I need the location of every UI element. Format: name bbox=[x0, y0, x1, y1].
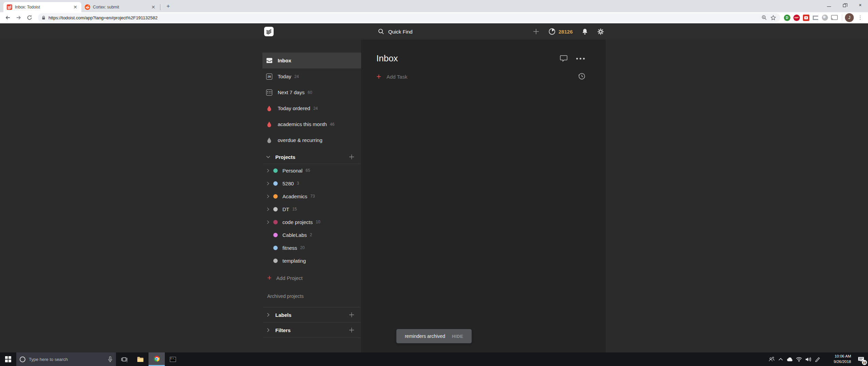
project-color-dot bbox=[273, 168, 278, 173]
cortana-icon bbox=[20, 357, 25, 362]
window-restore-button[interactable] bbox=[837, 0, 852, 10]
frame-extension-icon[interactable] bbox=[811, 13, 820, 22]
browser-menu-icon[interactable]: ⋮ bbox=[857, 15, 863, 21]
taskbar-search-box[interactable]: Type here to search bbox=[16, 352, 116, 366]
chrome-taskbar-button[interactable] bbox=[149, 352, 165, 366]
bookmark-star-icon[interactable] bbox=[769, 14, 777, 21]
settings-gear-icon[interactable] bbox=[597, 28, 604, 35]
chevron-right-icon[interactable] bbox=[265, 207, 271, 211]
sidebar-item-today[interactable]: 26 Today 24 bbox=[262, 68, 361, 84]
project-name: Academics bbox=[282, 194, 307, 199]
sidebar-project-code-projects[interactable]: code projects 10 bbox=[262, 216, 361, 228]
sidebar-project-cablelabs[interactable]: CableLabs 2 bbox=[262, 228, 361, 241]
archived-projects-link[interactable]: Archived projects bbox=[262, 293, 361, 299]
sidebar-project-templating[interactable]: templating bbox=[262, 254, 361, 267]
todoist-logo-icon[interactable] bbox=[264, 27, 274, 36]
tab-close-icon[interactable]: ✕ bbox=[151, 4, 156, 10]
sidebar-project-fitness[interactable]: fitness 20 bbox=[262, 241, 361, 254]
volume-icon[interactable] bbox=[804, 352, 813, 366]
quick-add-button[interactable] bbox=[533, 28, 539, 35]
project-color-dot bbox=[273, 233, 278, 237]
chevron-down-icon[interactable] bbox=[265, 156, 271, 158]
add-filter-plus-icon[interactable] bbox=[349, 327, 354, 333]
lock-icon[interactable] bbox=[41, 16, 46, 20]
tab-title: Cortex: submit bbox=[93, 5, 151, 9]
onedrive-cloud-icon[interactable] bbox=[785, 352, 794, 366]
command-prompt-button[interactable]: C:\_ bbox=[165, 352, 181, 366]
toast-hide-button[interactable]: HIDE bbox=[452, 334, 463, 339]
sidebar-project-dt[interactable]: DT 15 bbox=[262, 203, 361, 216]
labels-section-header[interactable]: Labels bbox=[262, 307, 361, 322]
clock-time: 10:06 AM bbox=[834, 354, 851, 359]
add-project-plus-icon[interactable] bbox=[349, 154, 354, 160]
project-color-dot bbox=[273, 181, 278, 186]
add-project-button[interactable]: + Add Project bbox=[262, 272, 361, 284]
tab-cortex[interactable]: Cortex: submit ✕ bbox=[81, 2, 159, 12]
forward-button[interactable] bbox=[14, 13, 23, 22]
address-bar[interactable]: https://todoist.com/app?lang=en#project%… bbox=[38, 13, 780, 22]
chevron-right-icon[interactable] bbox=[265, 313, 271, 317]
more-options-icon[interactable] bbox=[576, 57, 585, 60]
adblock-plus-icon[interactable]: ABP bbox=[792, 13, 801, 22]
video-downloader-icon[interactable] bbox=[801, 13, 811, 22]
projects-section-header[interactable]: Projects bbox=[262, 150, 361, 164]
add-label-plus-icon[interactable] bbox=[349, 312, 354, 318]
windows-ink-pen-icon[interactable] bbox=[813, 352, 822, 366]
karma-score[interactable]: 28126 bbox=[548, 28, 573, 35]
chevron-right-icon[interactable] bbox=[265, 328, 271, 332]
wifi-icon[interactable] bbox=[794, 352, 804, 366]
main-content: Inbox + Add Task bbox=[361, 40, 606, 352]
reload-button[interactable] bbox=[25, 13, 34, 22]
taskbar-clock[interactable]: 10:06 AM 9/26/2018 bbox=[825, 352, 851, 366]
project-comments-icon[interactable] bbox=[560, 55, 568, 62]
sidebar-item-inbox[interactable]: Inbox bbox=[262, 53, 361, 68]
show-hidden-icons-chevron[interactable] bbox=[776, 352, 785, 366]
gray-circle-extension-icon[interactable] bbox=[820, 13, 830, 22]
file-explorer-button[interactable] bbox=[132, 352, 149, 366]
sidebar-item-today-ordered[interactable]: Today ordered 24 bbox=[262, 100, 361, 116]
window-close-button[interactable]: × bbox=[852, 0, 868, 10]
quick-find-search[interactable]: Quick Find bbox=[378, 23, 413, 40]
extension-green-icon[interactable]: D bbox=[782, 13, 792, 22]
start-button[interactable] bbox=[0, 352, 16, 366]
tab-close-icon[interactable]: ✕ bbox=[73, 4, 78, 10]
add-task-button[interactable]: + Add Task bbox=[376, 73, 585, 81]
tab-todoist[interactable]: Inbox: Todoist ✕ bbox=[3, 2, 81, 12]
project-color-dot bbox=[273, 207, 278, 211]
zoom-icon[interactable] bbox=[761, 14, 768, 21]
plus-icon: + bbox=[267, 274, 272, 282]
todoist-favicon-icon bbox=[7, 4, 12, 10]
sidebar-item-overdue-recurring[interactable]: overdue & recurring bbox=[262, 132, 361, 148]
url-text[interactable]: https://todoist.com/app?lang=en#project%… bbox=[48, 15, 759, 20]
notifications-bell-icon[interactable] bbox=[581, 28, 588, 35]
cast-icon[interactable] bbox=[830, 13, 839, 22]
chevron-right-icon[interactable] bbox=[265, 182, 271, 185]
sidebar: Inbox 26 Today 24 Next 7 days 60 Today o… bbox=[262, 40, 361, 352]
chevron-right-icon[interactable] bbox=[265, 195, 271, 198]
chrome-logo-icon bbox=[154, 356, 160, 362]
chevron-right-icon[interactable] bbox=[265, 169, 271, 172]
back-button[interactable] bbox=[3, 13, 12, 22]
browser-tabstrip: Inbox: Todoist ✕ Cortex: submit ✕ ＋ × bbox=[0, 0, 868, 12]
add-task-label: Add Task bbox=[387, 74, 407, 80]
sidebar-project-academics[interactable]: Academics 73 bbox=[262, 190, 361, 203]
microphone-icon[interactable] bbox=[108, 356, 113, 363]
task-history-icon[interactable] bbox=[578, 72, 586, 80]
window-minimize-button[interactable] bbox=[821, 0, 837, 10]
action-center-button[interactable]: 15 bbox=[854, 352, 868, 366]
chevron-right-icon[interactable] bbox=[265, 220, 271, 224]
new-tab-button[interactable]: ＋ bbox=[164, 1, 173, 10]
people-tray-icon[interactable] bbox=[767, 352, 776, 366]
profile-avatar[interactable]: J bbox=[845, 13, 854, 22]
sidebar-item-academics-this-month[interactable]: academics this month 46 bbox=[262, 116, 361, 132]
task-view-button[interactable] bbox=[116, 352, 132, 366]
filters-section-header[interactable]: Filters bbox=[262, 323, 361, 338]
sidebar-item-next-7-days[interactable]: Next 7 days 60 bbox=[262, 84, 361, 100]
project-count: 2 bbox=[310, 232, 312, 237]
sidebar-project-personal[interactable]: Personal 65 bbox=[262, 164, 361, 177]
sidebar-item-count: 24 bbox=[313, 106, 318, 111]
taskbar-search-placeholder: Type here to search bbox=[29, 357, 108, 362]
project-color-dot bbox=[273, 246, 278, 250]
sidebar-project-5280[interactable]: 5280 3 bbox=[262, 177, 361, 190]
labels-header-label: Labels bbox=[275, 312, 349, 318]
